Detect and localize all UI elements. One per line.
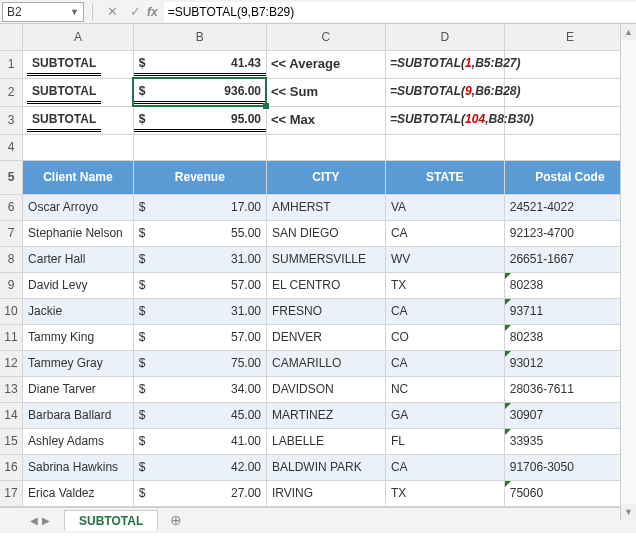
cell[interactable] (266, 134, 385, 160)
cell-postal[interactable]: 28036-7611 (504, 376, 635, 402)
cell-state[interactable]: FL (385, 428, 504, 454)
cell-state[interactable]: GA (385, 402, 504, 428)
col-header-e[interactable]: E (504, 24, 635, 50)
cell-postal[interactable]: 80238 (504, 324, 635, 350)
add-sheet-button[interactable]: ⊕ (160, 512, 192, 528)
cell-state[interactable]: VA (385, 194, 504, 220)
cell-postal[interactable]: 91706-3050 (504, 454, 635, 480)
cell-state[interactable]: CA (385, 350, 504, 376)
cell[interactable]: << Sum (266, 78, 385, 106)
row-header[interactable]: 6 (0, 194, 23, 220)
row-header[interactable]: 14 (0, 402, 23, 428)
row-header[interactable]: 15 (0, 428, 23, 454)
row-header[interactable]: 17 (0, 480, 23, 506)
cell-state[interactable]: TX (385, 272, 504, 298)
fx-icon[interactable]: fx (147, 5, 164, 19)
table-header-cell[interactable]: STATE (385, 160, 504, 194)
cell-revenue[interactable]: $31.00 (133, 298, 266, 324)
row-header[interactable]: 10 (0, 298, 23, 324)
cell-state[interactable]: CA (385, 298, 504, 324)
cell-postal[interactable]: 93711 (504, 298, 635, 324)
cell[interactable]: =SUBTOTAL(104,B8:B30) (385, 106, 504, 134)
cell[interactable]: $95.00 (133, 106, 266, 134)
tab-nav-next-icon[interactable]: ▶ (42, 515, 50, 526)
cell-client[interactable]: Stephanie Nelson (23, 220, 134, 246)
cell[interactable]: SUBTOTAL (23, 106, 134, 134)
tab-nav-prev-icon[interactable]: ◀ (30, 515, 38, 526)
cell-city[interactable]: SAN DIEGO (266, 220, 385, 246)
cell-revenue[interactable]: $55.00 (133, 220, 266, 246)
cell[interactable]: << Max (266, 106, 385, 134)
cell-city[interactable]: EL CENTRO (266, 272, 385, 298)
cell[interactable]: SUBTOTAL (23, 50, 134, 78)
cell-postal[interactable]: 80238 (504, 272, 635, 298)
cell-postal[interactable]: 33935 (504, 428, 635, 454)
col-header-d[interactable]: D (385, 24, 504, 50)
cell[interactable]: SUBTOTAL (23, 78, 134, 106)
cell-client[interactable]: Ashley Adams (23, 428, 134, 454)
cancel-formula-button[interactable]: ✕ (101, 4, 124, 19)
name-box[interactable]: B2 ▼ (2, 2, 84, 22)
row-header[interactable]: 9 (0, 272, 23, 298)
chevron-down-icon[interactable]: ▼ (70, 7, 79, 17)
sheet-tab-subtotal[interactable]: SUBTOTAL (64, 510, 158, 531)
row-header[interactable]: 16 (0, 454, 23, 480)
cell-client[interactable]: Barbara Ballard (23, 402, 134, 428)
cell-state[interactable]: TX (385, 480, 504, 506)
cell-city[interactable]: LABELLE (266, 428, 385, 454)
cell-revenue[interactable]: $42.00 (133, 454, 266, 480)
table-header-cell[interactable]: CITY (266, 160, 385, 194)
cell-client[interactable]: Jackie (23, 298, 134, 324)
cell-revenue[interactable]: $57.00 (133, 272, 266, 298)
confirm-formula-button[interactable]: ✓ (124, 4, 147, 19)
cell-city[interactable]: BALDWIN PARK (266, 454, 385, 480)
vertical-scrollbar[interactable]: ▲ ▼ (620, 24, 636, 520)
cell[interactable] (504, 50, 635, 78)
fill-handle[interactable] (263, 103, 269, 109)
scroll-up-icon[interactable]: ▲ (621, 24, 636, 40)
cell[interactable] (133, 134, 266, 160)
cell[interactable] (504, 134, 635, 160)
cell-city[interactable]: MARTINEZ (266, 402, 385, 428)
cell[interactable]: $936.00 (133, 78, 266, 106)
cell-state[interactable]: CO (385, 324, 504, 350)
cell-state[interactable]: NC (385, 376, 504, 402)
cell-revenue[interactable]: $41.00 (133, 428, 266, 454)
col-header-a[interactable]: A (23, 24, 134, 50)
cell-city[interactable]: DAVIDSON (266, 376, 385, 402)
cell-city[interactable]: IRVING (266, 480, 385, 506)
cell-revenue[interactable]: $34.00 (133, 376, 266, 402)
scroll-track[interactable] (621, 40, 636, 504)
cell-revenue[interactable]: $45.00 (133, 402, 266, 428)
cell[interactable]: =SUBTOTAL(1,B5:B27) (385, 50, 504, 78)
cell-client[interactable]: Carter Hall (23, 246, 134, 272)
row-header[interactable]: 2 (0, 78, 23, 106)
cell-state[interactable]: CA (385, 454, 504, 480)
cell-postal[interactable]: 75060 (504, 480, 635, 506)
cell-client[interactable]: Oscar Arroyo (23, 194, 134, 220)
cell-revenue[interactable]: $57.00 (133, 324, 266, 350)
cell-city[interactable]: DENVER (266, 324, 385, 350)
select-all-corner[interactable] (0, 24, 23, 50)
cell-revenue[interactable]: $17.00 (133, 194, 266, 220)
row-header[interactable]: 3 (0, 106, 23, 134)
cell-revenue[interactable]: $27.00 (133, 480, 266, 506)
cell-revenue[interactable]: $75.00 (133, 350, 266, 376)
row-header[interactable]: 5 (0, 160, 23, 194)
row-header[interactable]: 11 (0, 324, 23, 350)
table-header-cell[interactable]: Client Name (23, 160, 134, 194)
cell-city[interactable]: SUMMERSVILLE (266, 246, 385, 272)
formula-input[interactable] (164, 2, 636, 22)
cell[interactable] (23, 134, 134, 160)
cell[interactable]: =SUBTOTAL(9,B6:B28) (385, 78, 504, 106)
cell-postal[interactable]: 92123-4700 (504, 220, 635, 246)
col-header-b[interactable]: B (133, 24, 266, 50)
cell-city[interactable]: FRESNO (266, 298, 385, 324)
cell[interactable] (504, 78, 635, 106)
table-header-cell[interactable]: Revenue (133, 160, 266, 194)
row-header[interactable]: 13 (0, 376, 23, 402)
row-header[interactable]: 4 (0, 134, 23, 160)
row-header[interactable]: 7 (0, 220, 23, 246)
cell-client[interactable]: Tammey Gray (23, 350, 134, 376)
row-header[interactable]: 1 (0, 50, 23, 78)
